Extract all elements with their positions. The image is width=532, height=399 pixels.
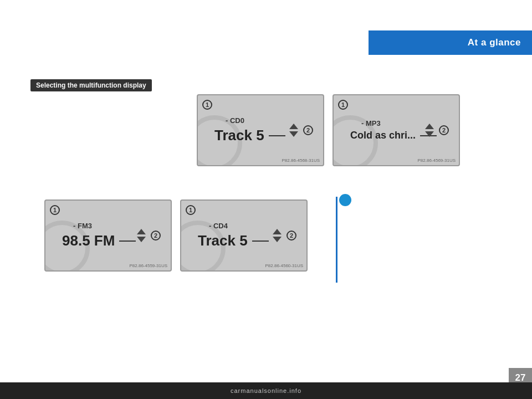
panel-cd4-ref: P82.86-4560-31US xyxy=(265,263,304,268)
cd0-h-line xyxy=(269,135,285,136)
fm3-arrow-down xyxy=(137,237,146,242)
panel-mp3-ref: P82.86-4569-31US xyxy=(418,158,456,163)
badge-2-cd0: 2 xyxy=(303,125,313,135)
panel-cd0-main: Track 5 xyxy=(214,127,264,144)
blue-dot-indicator xyxy=(339,194,351,206)
panels-row-1: 1 - CD0 Track 5 2 P82.86-4568-31US 1 - M… xyxy=(197,94,460,166)
panel-fm3-main: 98.5 FM xyxy=(62,232,115,249)
fm3-h-line xyxy=(119,241,136,242)
panel-cd0-ref: P82.86-4568-31US xyxy=(282,158,320,163)
mp3-arrow-down xyxy=(425,131,434,137)
cd0-arrows xyxy=(289,124,298,137)
panel-mp3-mode: - MP3 xyxy=(361,119,453,127)
panel-cd0-text-row: Track 5 xyxy=(214,127,318,144)
panel-cd0-mode: - CD0 xyxy=(226,116,318,125)
panel-mp3-text-row: Cold as chri... xyxy=(350,130,453,141)
panels-row-2: 1 - FM3 98.5 FM 2 P82.86-4559-31US 1 - C… xyxy=(44,200,308,272)
section-label-text: Selecting the multifunction display xyxy=(36,81,146,89)
page-number-text: 27 xyxy=(515,372,526,383)
panel-cd0: 1 - CD0 Track 5 2 P82.86-4568-31US xyxy=(197,94,324,166)
panel-mp3: 1 - MP3 Cold as chri... 2 P82.86-4569-31… xyxy=(332,94,460,166)
cd4-arrow-up xyxy=(273,229,282,234)
cd0-arrow-up xyxy=(289,124,298,129)
panel-fm3-ref: P82.86-4559-31US xyxy=(130,263,168,268)
vertical-separator xyxy=(336,197,337,283)
panel-cd4: 1 - CD4 Track 5 2 P82.86-4560-31US xyxy=(180,200,308,272)
panel-cd4-mode: - CD4 xyxy=(209,222,301,230)
mp3-arrows xyxy=(425,124,434,137)
mp3-arrow-up xyxy=(425,124,434,129)
fm3-arrow-up xyxy=(137,229,146,234)
header-bar: At a glance xyxy=(369,30,532,55)
badge-2-cd4: 2 xyxy=(287,231,296,241)
page-title: At a glance xyxy=(468,37,521,48)
bottom-bar: carmanualsonline.info xyxy=(0,382,532,399)
panel-fm3: 1 - FM3 98.5 FM 2 P82.86-4559-31US xyxy=(44,200,172,272)
cd4-h-line xyxy=(252,241,269,242)
panel-fm3-mode: - FM3 xyxy=(73,222,165,230)
panel-cd4-main: Track 5 xyxy=(198,232,248,249)
panel-mp3-main: Cold as chri... xyxy=(350,130,416,141)
panel-cd4-text-row: Track 5 xyxy=(198,232,301,249)
cd4-arrow-down xyxy=(273,237,282,242)
section-label: Selecting the multifunction display xyxy=(30,79,152,91)
panel-fm3-text-row: 98.5 FM xyxy=(62,232,165,249)
badge-2-fm3: 2 xyxy=(151,231,161,241)
badge-2-mp3: 2 xyxy=(439,125,449,135)
bottom-logo: carmanualsonline.info xyxy=(231,387,301,394)
cd4-arrows xyxy=(273,229,282,242)
fm3-arrows xyxy=(137,229,146,242)
cd0-arrow-down xyxy=(289,131,298,137)
